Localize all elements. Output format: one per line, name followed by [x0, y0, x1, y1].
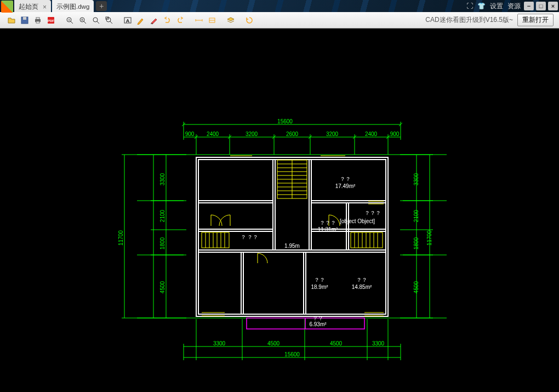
dim-bot-0: 3300 — [213, 340, 226, 346]
new-tab-button[interactable]: + — [96, 1, 107, 11]
titlebar: 起始页 × 示例图.dwg + ⛶ 👕 设置 资源 − □ × — [0, 0, 559, 12]
svg-line-14 — [97, 21, 99, 24]
dim-right-total: 11700 — [426, 230, 432, 246]
room-area-8: 14.85m² — [352, 284, 372, 290]
svg-line-16 — [110, 21, 112, 24]
dim-bot-1: 4500 — [267, 340, 280, 346]
room-label-2: ？？？ — [364, 210, 381, 216]
dim-top-0: 900 — [185, 131, 195, 137]
resources-link[interactable]: 资源 — [506, 2, 522, 11]
print-icon[interactable] — [32, 14, 44, 26]
dim-bot-3: 3300 — [372, 340, 385, 346]
redo-icon[interactable] — [174, 14, 186, 26]
zoom-extent-icon[interactable] — [90, 14, 102, 26]
dim-top-total: 15600 — [277, 118, 293, 124]
tab-start[interactable]: 起始页 × — [14, 0, 51, 12]
dim-top-5: 2400 — [365, 131, 378, 137]
close-button[interactable]: × — [548, 2, 558, 10]
zoom-out-icon[interactable]: ± — [77, 14, 89, 26]
dim-bot-2: 4500 — [330, 340, 343, 346]
room-area-3: 11.31m² — [318, 226, 338, 232]
svg-line-11 — [84, 21, 86, 24]
measure-icon[interactable] — [193, 14, 205, 26]
dim-left-total: 11700 — [118, 230, 124, 246]
app-icon — [1, 1, 13, 13]
area-icon[interactable] — [206, 14, 218, 26]
room-label-7: ？？ — [314, 277, 325, 283]
dim-left-2: 1800 — [159, 237, 166, 249]
dim-bot-total: 15600 — [284, 351, 300, 357]
tab-drawing[interactable]: 示例图.dwg — [52, 0, 94, 12]
dim-left-1: 2100 — [159, 209, 166, 222]
room-label-8: ？？ — [356, 277, 367, 283]
svg-rect-4 — [36, 21, 39, 23]
room-area-1: 17.49m² — [335, 183, 356, 189]
dim-top-6: 900 — [390, 131, 400, 137]
tab-start-label: 起始页 — [19, 3, 38, 11]
minimize-button[interactable]: − — [524, 2, 534, 10]
text-icon[interactable]: A — [122, 14, 134, 26]
settings-link[interactable]: 设置 — [489, 2, 504, 11]
dim-right-1: 2100 — [413, 209, 419, 222]
close-icon[interactable]: × — [43, 3, 47, 11]
zoom-window-icon[interactable] — [103, 14, 115, 26]
open-icon[interactable] — [5, 14, 18, 26]
room-label-3: ？？？ — [320, 220, 336, 226]
room-label-6: ？ ？？ — [241, 234, 259, 240]
shirt-icon[interactable]: 👕 — [476, 2, 487, 10]
svg-rect-1 — [23, 17, 26, 20]
dim-top-2: 3200 — [246, 131, 258, 137]
refresh-icon[interactable] — [243, 14, 255, 26]
reopen-button[interactable]: 重新打开 — [517, 14, 554, 26]
layers-icon[interactable] — [225, 14, 237, 26]
svg-text:±: ± — [81, 18, 83, 21]
undo-icon[interactable] — [161, 14, 173, 26]
room-dim-5: 1.95m — [284, 243, 300, 249]
room-area-7: 18.9m² — [311, 284, 328, 290]
upgrade-text: CAD迷你看图升级到V16.5版~ — [425, 15, 513, 25]
pdf-icon[interactable]: PDF — [45, 14, 57, 26]
dim-top-1: 2400 — [207, 131, 219, 137]
room-area-9: 6.93m² — [309, 321, 327, 327]
pencil-icon[interactable] — [135, 14, 147, 26]
svg-line-8 — [71, 21, 73, 24]
tab-drawing-label: 示例图.dwg — [56, 3, 89, 11]
dim-left-0: 3300 — [159, 173, 166, 185]
room-label-1: ？？ — [340, 176, 351, 182]
maximize-button[interactable]: □ — [536, 2, 546, 10]
svg-text:A: A — [126, 18, 130, 24]
room-label-9: ？？ — [312, 315, 323, 321]
svg-rect-3 — [36, 18, 39, 19]
dim-right-2: 1800 — [413, 237, 419, 249]
toolbar: PDF + ± A CAD迷你看图升级到V16.5版~ 重新打开 — [0, 12, 559, 29]
dim-top-4: 3200 — [326, 131, 339, 137]
drawing-canvas[interactable]: 15600 900 2400 3200 2600 3200 2400 900 1… — [0, 29, 559, 392]
dim-left-3: 4500 — [159, 281, 166, 293]
room-area-4: [object Object] — [340, 218, 375, 224]
dim-top-3: 2600 — [286, 131, 299, 137]
svg-text:+: + — [68, 18, 70, 21]
dim-right-0: 3300 — [413, 173, 419, 185]
zoom-in-icon[interactable]: + — [64, 14, 76, 26]
svg-text:PDF: PDF — [48, 19, 54, 22]
svg-point-13 — [93, 18, 98, 22]
save-icon[interactable] — [19, 14, 31, 26]
dim-right-3: 4500 — [413, 281, 419, 293]
marker-icon[interactable] — [148, 14, 160, 26]
fullscreen-icon[interactable]: ⛶ — [465, 2, 474, 10]
